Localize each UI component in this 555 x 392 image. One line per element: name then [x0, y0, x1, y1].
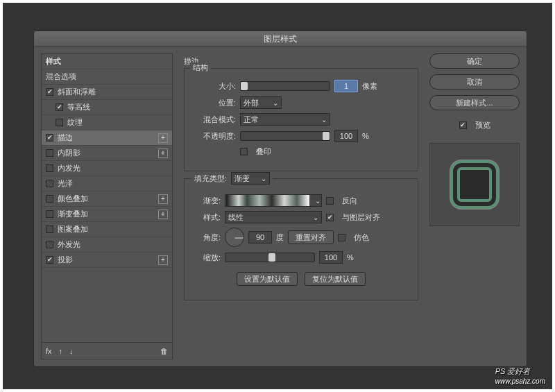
dialog-content: 样式 混合选项 斜面和浮雕 等高线 纹理 描边+ 内阴影+ 内发光 光泽 颜色叠…: [34, 46, 527, 366]
opacity-slider[interactable]: [240, 131, 330, 141]
effect-label: 内阴影: [58, 148, 80, 158]
position-dropdown[interactable]: 外部: [240, 96, 282, 109]
checkbox-inner-shadow[interactable]: [46, 149, 53, 157]
trash-icon[interactable]: 🗑: [160, 347, 168, 355]
scale-input[interactable]: 100: [319, 251, 343, 264]
opacity-label: 不透明度:: [193, 131, 236, 142]
effect-gradient-overlay[interactable]: 渐变叠加+: [42, 207, 172, 222]
overprint-checkbox[interactable]: [240, 148, 248, 155]
blendmode-dropdown[interactable]: 正常: [240, 113, 330, 126]
group-title: 描边: [184, 56, 418, 67]
add-icon[interactable]: +: [158, 148, 168, 158]
effect-color-overlay[interactable]: 颜色叠加+: [42, 191, 172, 207]
angle-input[interactable]: 90: [248, 231, 272, 244]
effect-label: 图案叠加: [58, 224, 88, 235]
dither-checkbox[interactable]: [338, 234, 345, 241]
watermark: PS 爱好者 www.psahz.com: [495, 361, 545, 385]
size-field: 大小: 1 像素: [193, 80, 409, 92]
styles-header-label: 样式: [46, 56, 61, 67]
scale-slider[interactable]: [225, 253, 315, 262]
checkbox-pattern-overlay[interactable]: [46, 225, 53, 233]
reverse-checkbox[interactable]: [326, 197, 334, 205]
add-icon[interactable]: +: [158, 133, 168, 143]
scale-unit: %: [347, 253, 354, 262]
add-icon[interactable]: +: [158, 194, 168, 204]
arrow-down-icon[interactable]: ↓: [69, 347, 74, 355]
styles-header[interactable]: 样式: [42, 54, 172, 69]
angle-dial[interactable]: [225, 228, 244, 247]
size-label: 大小:: [193, 81, 236, 92]
checkbox-gradient-overlay[interactable]: [46, 210, 53, 218]
preview-thumbnail: [450, 160, 499, 209]
align-label: 与图层对齐: [342, 212, 380, 223]
left-footer: fx ↑ ↓ 🗑: [41, 343, 173, 359]
checkbox-texture[interactable]: [56, 119, 63, 126]
effect-pattern-overlay[interactable]: 图案叠加: [42, 222, 172, 237]
style-list: 样式 混合选项 斜面和浮雕 等高线 纹理 描边+ 内阴影+ 内发光 光泽 颜色叠…: [41, 53, 173, 343]
position-field: 位置: 外部: [193, 96, 409, 109]
size-input[interactable]: 1: [334, 80, 358, 92]
scale-field: 缩放: 100 %: [193, 251, 409, 264]
arrow-up-icon[interactable]: ↑: [59, 347, 63, 355]
checkbox-contour[interactable]: [56, 103, 63, 111]
fx-label[interactable]: fx: [46, 347, 52, 355]
effect-inner-shadow[interactable]: 内阴影+: [42, 146, 172, 161]
effect-satin[interactable]: 光泽: [42, 176, 172, 191]
effect-contour[interactable]: 等高线: [42, 100, 172, 115]
outer-frame: 图层样式 样式 混合选项 斜面和浮雕 等高线 纹理 描边+ 内阴影+ 内发光 光…: [0, 0, 555, 392]
add-icon[interactable]: +: [158, 210, 168, 219]
set-default-button[interactable]: 设置为默认值: [237, 272, 298, 286]
overprint-field: 叠印: [240, 146, 409, 157]
checkbox-bevel[interactable]: [46, 88, 53, 96]
effect-label: 描边: [58, 133, 73, 143]
opacity-input[interactable]: 100: [334, 130, 358, 142]
add-icon[interactable]: +: [158, 255, 168, 265]
effect-texture[interactable]: 纹理: [42, 115, 172, 130]
checkbox-color-overlay[interactable]: [46, 195, 53, 203]
filltype-dropdown[interactable]: 渐变: [231, 172, 270, 185]
preview-checkbox[interactable]: [459, 121, 467, 129]
angle-field: 角度: 90 度 重置对齐 仿色: [193, 228, 409, 247]
effect-label: 纹理: [67, 117, 83, 128]
effect-label: 光泽: [58, 178, 73, 189]
blending-options-row[interactable]: 混合选项: [42, 69, 172, 85]
blendmode-label: 混合模式:: [193, 114, 236, 125]
align-checkbox[interactable]: [326, 214, 334, 221]
effect-stroke[interactable]: 描边+: [42, 130, 172, 146]
right-panel: 确定 取消 新建样式... 预览: [429, 53, 520, 359]
checkbox-outer-glow[interactable]: [46, 241, 53, 248]
style-label: 样式:: [193, 212, 221, 223]
angle-unit: 度: [276, 232, 284, 243]
effect-bevel[interactable]: 斜面和浮雕: [42, 85, 172, 100]
overprint-label: 叠印: [256, 146, 271, 157]
effect-drop-shadow[interactable]: 投影+: [42, 253, 172, 268]
effect-label: 外发光: [58, 239, 80, 250]
settings-panel: 描边 结构 大小: 1 像素 位置: 外部 混合模式: 正常: [178, 53, 424, 359]
ok-button[interactable]: 确定: [429, 53, 520, 69]
left-panel: 样式 混合选项 斜面和浮雕 等高线 纹理 描边+ 内阴影+ 内发光 光泽 颜色叠…: [41, 53, 173, 359]
effect-label: 渐变叠加: [58, 209, 88, 219]
fill-fieldset: 填充类型: 渐变 渐变: 反向 样式: 线性 与图层对齐 角度:: [184, 178, 418, 300]
effect-label: 斜面和浮雕: [58, 87, 96, 97]
new-style-button[interactable]: 新建样式...: [429, 95, 520, 110]
effect-inner-glow[interactable]: 内发光: [42, 161, 172, 176]
filltype-label: 填充类型:: [194, 173, 227, 184]
effect-outer-glow[interactable]: 外发光: [42, 237, 172, 253]
effect-label: 等高线: [67, 102, 90, 112]
checkbox-stroke[interactable]: [46, 134, 53, 142]
reverse-label: 反向: [342, 196, 357, 206]
cancel-button[interactable]: 取消: [429, 74, 520, 90]
scale-label: 缩放:: [193, 253, 221, 263]
structure-title: 结构: [190, 62, 211, 73]
gradient-picker[interactable]: [225, 194, 322, 207]
checkbox-drop-shadow[interactable]: [46, 256, 53, 264]
style-dropdown[interactable]: 线性: [225, 211, 322, 223]
reset-default-button[interactable]: 复位为默认值: [305, 272, 366, 286]
checkbox-satin[interactable]: [46, 180, 53, 187]
reset-align-button[interactable]: 重置对齐: [288, 230, 334, 244]
blendmode-field: 混合模式: 正常: [193, 113, 409, 126]
size-slider[interactable]: [240, 81, 330, 91]
preview-row: 预览: [429, 120, 520, 130]
checkbox-inner-glow[interactable]: [46, 164, 53, 172]
structure-fieldset: 结构 大小: 1 像素 位置: 外部 混合模式: 正常 不透明度:: [184, 68, 418, 171]
